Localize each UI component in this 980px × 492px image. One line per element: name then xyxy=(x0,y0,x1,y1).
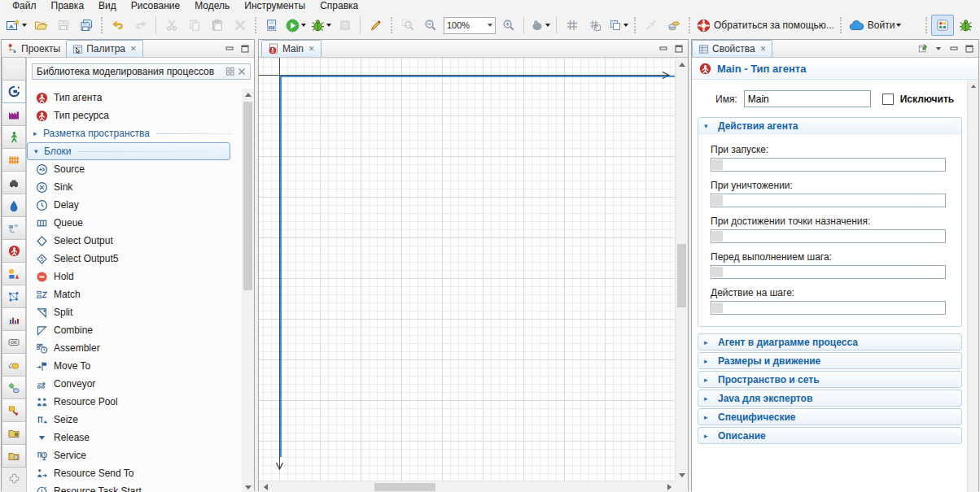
new-model-button[interactable] xyxy=(3,15,29,36)
toggle-grid-button[interactable] xyxy=(561,15,584,36)
dropdown-arrow-icon[interactable] xyxy=(896,24,901,27)
chevron-down-icon[interactable] xyxy=(488,24,492,27)
scroll-right-icon[interactable] xyxy=(665,481,673,492)
paste-button[interactable] xyxy=(206,15,229,36)
palette-section-блоки[interactable]: ▾Блоки xyxy=(27,142,230,160)
palette-item-sink[interactable]: Sink xyxy=(27,178,242,196)
grid-view-icon[interactable] xyxy=(226,67,234,76)
scrollbar-thumb[interactable] xyxy=(243,102,252,290)
section-специфические[interactable]: ▸Специфические xyxy=(698,408,962,425)
exclude-checkbox[interactable] xyxy=(882,94,894,105)
tab-projects[interactable]: Проекты xyxy=(2,40,66,57)
menu-рисование[interactable]: Рисование xyxy=(124,0,187,12)
tab-properties[interactable]: Свойства ✕ xyxy=(692,40,772,57)
palette-item-resource-pool[interactable]: Resource Pool xyxy=(27,393,242,411)
show-connections-button[interactable] xyxy=(640,15,663,36)
dropdown-arrow-icon[interactable] xyxy=(545,24,550,27)
maximize-icon[interactable] xyxy=(965,44,974,54)
dropdown-arrow-icon[interactable] xyxy=(326,24,331,27)
palette-category-agent[interactable] xyxy=(2,240,26,263)
code-field-при-уничтожении[interactable] xyxy=(711,194,946,207)
minimize-icon[interactable] xyxy=(949,44,959,54)
palette-category-pictures[interactable] xyxy=(2,422,26,445)
scroll-down-icon[interactable] xyxy=(676,471,688,479)
cut-button[interactable] xyxy=(160,15,183,36)
palette-category-actionchart[interactable] xyxy=(2,399,26,422)
ink-pen-button[interactable] xyxy=(365,15,387,36)
sign-in-button[interactable]: Войти xyxy=(846,15,904,36)
delete-button[interactable] xyxy=(229,15,252,36)
palette-item-select-output5[interactable]: 5Select Output5 xyxy=(27,250,242,268)
zoom-out-button[interactable] xyxy=(419,15,442,36)
section-размеры-и-движение[interactable]: ▸Размеры и движение xyxy=(698,352,962,369)
debug-button[interactable] xyxy=(308,15,334,36)
name-input[interactable] xyxy=(744,90,871,107)
tab-palette[interactable]: Палитра ✕ xyxy=(66,40,142,57)
palette-category-manufacturing[interactable] xyxy=(2,103,26,126)
maximize-icon[interactable] xyxy=(240,44,250,54)
close-icon[interactable]: ✕ xyxy=(308,45,315,53)
tab-main[interactable]: Main ✕ xyxy=(261,40,322,57)
model-cost-button[interactable] xyxy=(663,15,685,36)
undo-button[interactable] xyxy=(107,15,129,36)
section-пространство-и-сеть[interactable]: ▸Пространство и сеть xyxy=(698,371,962,388)
code-field-действие-на-шаге[interactable] xyxy=(711,301,946,315)
palette-item-move-to[interactable]: Move To xyxy=(27,357,242,375)
add-palette-button[interactable] xyxy=(2,468,26,489)
section-описание[interactable]: ▸Описание xyxy=(698,427,962,444)
properties-scrollbar[interactable] xyxy=(967,80,978,492)
palette-item-match[interactable]: Match xyxy=(27,285,242,303)
palette-category-presentation[interactable] xyxy=(2,263,26,285)
palette-category-blank[interactable] xyxy=(2,58,26,81)
close-icon[interactable]: ✕ xyxy=(130,45,137,53)
palette-library-header[interactable]: Библиотека моделирования процессов xyxy=(32,63,251,80)
palette-item-select-output[interactable]: Select Output xyxy=(27,232,242,250)
build-model-button[interactable]: 010 xyxy=(260,15,283,36)
palette-item-split[interactable]: Split xyxy=(27,303,242,321)
menu-вид[interactable]: Вид xyxy=(91,0,124,12)
save-button[interactable] xyxy=(52,15,75,36)
zoom-level-combobox[interactable]: 100% xyxy=(444,17,496,34)
code-field-при-достижении-точки-назначения[interactable] xyxy=(711,229,946,243)
redo-button[interactable] xyxy=(129,15,152,36)
palette-category-controls[interactable]: OK xyxy=(2,331,26,354)
save-all-button[interactable] xyxy=(75,15,98,36)
scroll-left-icon[interactable] xyxy=(261,481,269,492)
get-help-button[interactable]: Обратиться за помощью... xyxy=(694,15,837,36)
palette-item-release[interactable]: Release xyxy=(27,429,242,446)
stop-button[interactable] xyxy=(334,15,357,36)
scrollbar-thumb[interactable] xyxy=(374,483,435,491)
scroll-up-icon[interactable] xyxy=(676,60,688,68)
minimize-icon[interactable] xyxy=(658,44,668,54)
palette-item-conveyor[interactable]: Conveyor xyxy=(27,375,242,393)
section-agent-actions-header[interactable]: ▾ Действия агента xyxy=(698,118,961,134)
menu-справка[interactable]: Справка xyxy=(313,0,365,12)
snap-to-grid-button[interactable] xyxy=(584,15,606,36)
palette-category-fluid[interactable] xyxy=(2,194,26,217)
dropdown-arrow-icon[interactable] xyxy=(22,24,27,27)
run-button[interactable] xyxy=(283,15,308,36)
palette-item-тип-агента[interactable]: Тип агента xyxy=(27,89,242,107)
minimize-icon[interactable] xyxy=(225,44,234,54)
section-агент-в-диаграмме-процесса[interactable]: ▸Агент в диаграмме процесса xyxy=(698,333,962,350)
scroll-up-icon[interactable] xyxy=(242,90,254,98)
menu-инструменты[interactable]: Инструменты xyxy=(237,0,313,12)
code-field-при-запуске[interactable] xyxy=(711,158,946,172)
zoom-to-selection-button[interactable] xyxy=(396,15,419,36)
arrange-button[interactable] xyxy=(606,15,631,36)
close-icon[interactable] xyxy=(238,67,246,76)
palette-category-road-traffic[interactable] xyxy=(2,172,26,194)
scrollbar-thumb[interactable] xyxy=(677,244,686,307)
palette-item-queue[interactable]: Queue xyxy=(27,214,242,232)
palette-item-seize[interactable]: Seize xyxy=(27,411,242,429)
pin-view-icon[interactable] xyxy=(918,44,928,54)
palette-item-combine[interactable]: Combine xyxy=(27,321,242,339)
debug-perspective-button[interactable] xyxy=(954,15,977,36)
dropdown-arrow-icon[interactable] xyxy=(301,24,306,27)
palette-category-analysis[interactable] xyxy=(2,285,26,308)
palette-category-rail[interactable] xyxy=(2,149,26,172)
close-icon[interactable]: ✕ xyxy=(760,45,767,53)
palette-category-material-handling[interactable] xyxy=(2,217,26,240)
palette-category-model-folder[interactable] xyxy=(2,445,26,468)
pan-mode-button[interactable] xyxy=(528,15,553,36)
